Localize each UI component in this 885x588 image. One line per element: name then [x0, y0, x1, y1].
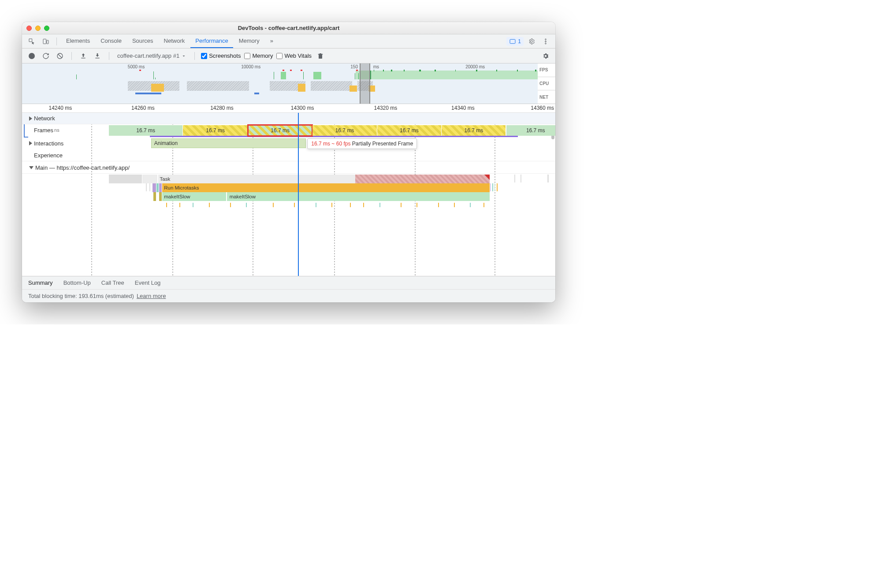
zoom-icon[interactable] — [44, 26, 49, 31]
svg-point-3 — [545, 39, 547, 40]
fps-lane-bg — [356, 71, 538, 79]
tab-network[interactable]: Network — [159, 35, 190, 48]
overview-viewport-handle[interactable] — [360, 63, 370, 104]
window-title: DevTools - coffee-cart.netlify.app/cart — [22, 25, 555, 31]
reload-record-button[interactable] — [41, 51, 51, 61]
tooltip-label: Partially Presented Frame — [352, 141, 413, 147]
divider — [109, 52, 109, 60]
upload-profile-icon[interactable] — [78, 51, 89, 61]
fn-bar-1[interactable]: makeItSlow — [162, 192, 226, 201]
ruler-tick: 14320 ms — [374, 105, 398, 111]
issues-count: 1 — [518, 38, 521, 45]
overview-lane-labels: FPS CPU NET — [538, 63, 555, 104]
microtasks-bar[interactable]: Run Microtasks — [162, 183, 490, 192]
activity-ticks — [22, 202, 555, 208]
frames-col-label: ns — [54, 127, 59, 133]
frame-tooltip: 16.7 ms ~ 60 fps Partially Presented Fra… — [307, 138, 417, 149]
more-tabs-icon[interactable]: » — [265, 35, 278, 48]
devtools-window: DevTools - coffee-cart.netlify.app/cart … — [22, 22, 555, 302]
divider — [71, 52, 72, 60]
fn-bar-2[interactable]: makeItSlow — [227, 192, 490, 201]
disclosure-triangle-icon[interactable] — [29, 166, 33, 169]
ruler-tick: 14240 ms — [49, 105, 72, 111]
perf-toolbar: coffee-cart.netlify.app #1 Screenshots M… — [22, 48, 555, 63]
close-icon[interactable] — [26, 26, 32, 31]
titlebar: DevTools - coffee-cart.netlify.app/cart — [22, 22, 555, 34]
tab-memory[interactable]: Memory — [234, 35, 264, 48]
ruler-tick: 14340 ms — [451, 105, 475, 111]
long-task-bar[interactable] — [355, 175, 490, 183]
track-experience-header[interactable]: Experience — [22, 150, 555, 161]
tab-sources[interactable]: Sources — [127, 35, 158, 48]
main-thread-flame[interactable]: Task Run Microtasks makeItSlow makeItSlo… — [22, 175, 555, 263]
track-frames-header[interactable]: Frames ns — [22, 124, 555, 136]
overview-tick: 20000 ms — [465, 64, 485, 69]
ruler-tick: 14260 ms — [131, 105, 155, 111]
ruler-tick: 14280 ms — [210, 105, 234, 111]
capture-settings-gear-icon[interactable] — [540, 51, 551, 61]
details-tab-calltree[interactable]: Call Tree — [101, 279, 124, 286]
clear-button[interactable] — [55, 51, 65, 61]
tab-console[interactable]: Console — [96, 35, 126, 48]
overview-tick: 10000 ms — [241, 64, 260, 69]
details-tab-eventlog[interactable]: Event Log — [135, 279, 161, 286]
track-network-header[interactable]: Network — [22, 113, 555, 124]
cpu-lane — [22, 79, 538, 93]
track-interactions-header[interactable]: Interactions — [22, 138, 555, 149]
svg-rect-1 — [47, 40, 48, 44]
net-lane — [22, 93, 538, 97]
fps-label: FPS — [538, 63, 555, 77]
inspect-element-icon[interactable] — [26, 35, 38, 48]
tooltip-timing: 16.7 ms ~ 60 fps — [311, 141, 350, 147]
details-tabbar: Summary Bottom-Up Call Tree Event Log — [22, 276, 555, 289]
footer-bar: Total blocking time: 193.61ms (estimated… — [22, 289, 555, 302]
minimize-icon[interactable] — [35, 26, 41, 31]
screenshots-checkbox[interactable]: Screenshots — [201, 52, 241, 59]
ruler-tick: 14300 ms — [291, 105, 314, 111]
net-label: NET — [538, 90, 555, 104]
kebab-menu-icon[interactable] — [539, 35, 552, 48]
svg-rect-2 — [510, 39, 515, 43]
task-bar[interactable]: Task — [158, 175, 356, 183]
cpu-label: CPU — [538, 77, 555, 90]
playhead[interactable] — [298, 113, 299, 276]
webvitals-checkbox[interactable]: Web Vitals — [276, 52, 312, 59]
svg-rect-7 — [81, 58, 85, 58]
flame-chart-area[interactable]: Network Frames ns 16.7 ms 16.7 ms 16.7 m… — [22, 113, 555, 276]
ruler-tick: 14360 ms — [531, 105, 554, 111]
tab-performance[interactable]: Performance — [190, 35, 233, 48]
time-ruler[interactable]: 14240 ms 14260 ms 14280 ms 14300 ms 1432… — [22, 104, 555, 113]
main-tabbar: Elements Console Sources Network Perform… — [22, 34, 555, 48]
main-track-label: Main — https://coffee-cart.netlify.app/ — [35, 164, 130, 171]
network-track-label: Network — [34, 115, 55, 122]
panel-tabs: Elements Console Sources Network Perform… — [61, 34, 278, 48]
disclosure-triangle-icon[interactable] — [29, 141, 32, 145]
details-tab-bottomup[interactable]: Bottom-Up — [63, 279, 91, 286]
settings-gear-icon[interactable] — [525, 35, 538, 48]
overview-tick: 5000 ms — [128, 64, 145, 69]
frames-track-label: Frames — [34, 127, 53, 134]
recording-label: coffee-cart.netlify.app #1 — [117, 52, 179, 59]
learn-more-link[interactable]: Learn more — [137, 293, 166, 299]
device-toggle-icon[interactable] — [40, 35, 52, 48]
timeline-overview[interactable]: 5000 ms 10000 ms 150 ms 20000 ms — [22, 63, 555, 104]
download-profile-icon[interactable] — [92, 51, 103, 61]
issues-badge[interactable]: 1 — [506, 37, 524, 46]
total-blocking-time: Total blocking time: 193.61ms (estimated… — [28, 293, 134, 299]
interactions-track-label: Interactions — [34, 140, 63, 147]
window-controls — [26, 26, 49, 31]
recording-selector[interactable]: coffee-cart.netlify.app #1 — [115, 52, 188, 59]
track-main-header[interactable]: Main — https://coffee-cart.netlify.app/ — [22, 162, 555, 174]
svg-rect-0 — [43, 39, 46, 44]
experience-track-label: Experience — [34, 152, 63, 159]
details-tab-summary[interactable]: Summary — [28, 279, 53, 286]
overview-tick: 150 — [350, 64, 358, 69]
tab-elements[interactable]: Elements — [61, 35, 95, 48]
divider — [194, 52, 195, 60]
svg-point-5 — [545, 43, 547, 44]
disclosure-triangle-icon[interactable] — [29, 116, 32, 121]
memory-checkbox[interactable]: Memory — [244, 52, 273, 59]
record-button[interactable] — [26, 51, 37, 61]
delete-icon[interactable] — [315, 51, 326, 61]
svg-point-4 — [545, 41, 547, 42]
